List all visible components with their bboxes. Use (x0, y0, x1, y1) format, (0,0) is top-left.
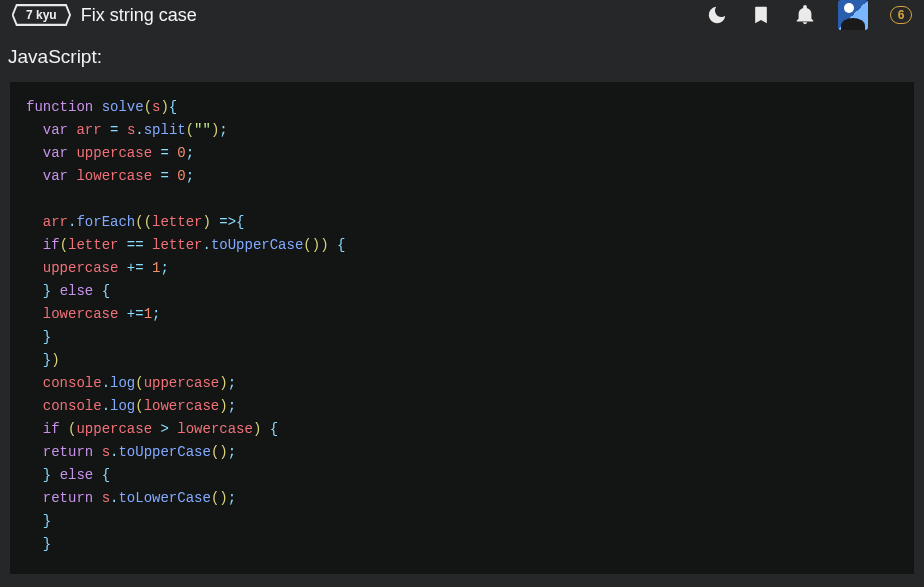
title-group: 7 kyu Fix string case (12, 4, 197, 26)
kyu-label: 7 kyu (26, 8, 57, 22)
kata-title[interactable]: Fix string case (81, 5, 197, 26)
honor-chip[interactable]: 6 (890, 6, 912, 24)
code-line: var arr = s.split(""); (26, 119, 898, 142)
code-line: if (uppercase > lowercase) { (26, 418, 898, 441)
bell-icon[interactable] (794, 4, 816, 26)
code-line: return s.toLowerCase(); (26, 487, 898, 510)
top-bar: 7 kyu Fix string case 6 (0, 0, 924, 36)
code-line: } (26, 510, 898, 533)
code-line: var uppercase = 0; (26, 142, 898, 165)
code-line: var lowercase = 0; (26, 165, 898, 188)
header-actions: 6 (706, 0, 912, 30)
code-line (26, 188, 898, 211)
code-panel: function solve(s){ var arr = s.split("")… (10, 82, 914, 574)
code-block[interactable]: function solve(s){ var arr = s.split("")… (26, 96, 898, 556)
code-line: } else { (26, 280, 898, 303)
code-line: if(letter == letter.toUpperCase()) { (26, 234, 898, 257)
avatar[interactable] (838, 0, 868, 30)
code-line: } else { (26, 464, 898, 487)
code-line: } (26, 533, 898, 556)
code-line: function solve(s){ (26, 96, 898, 119)
code-line: uppercase += 1; (26, 257, 898, 280)
code-line: return s.toUpperCase(); (26, 441, 898, 464)
language-label: JavaScript: (0, 36, 924, 82)
code-line: lowercase +=1; (26, 303, 898, 326)
moon-icon[interactable] (706, 4, 728, 26)
bookmark-icon[interactable] (750, 4, 772, 26)
code-line: console.log(uppercase); (26, 372, 898, 395)
code-line: } (26, 326, 898, 349)
code-line: console.log(lowercase); (26, 395, 898, 418)
code-line: }) (26, 349, 898, 372)
code-line: arr.forEach((letter) =>{ (26, 211, 898, 234)
kyu-badge[interactable]: 7 kyu (12, 4, 71, 26)
